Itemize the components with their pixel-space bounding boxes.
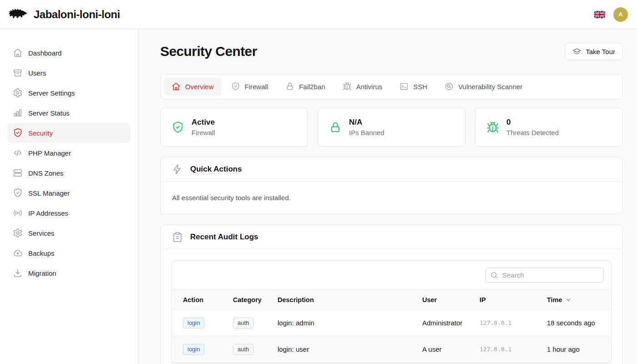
shield-check-icon xyxy=(172,121,184,134)
ip-cell: 127.0.0.1 xyxy=(469,310,536,336)
user-avatar[interactable]: A xyxy=(613,7,628,22)
table-row: login auth login: user A user 127.0.0.1 … xyxy=(172,336,612,363)
take-tour-label: Take Tour xyxy=(586,48,615,56)
main-content: Security Center Take Tour Overview Firew… xyxy=(138,29,637,364)
top-bar-right: A xyxy=(594,7,628,22)
action-badge: login xyxy=(183,318,204,329)
bug-icon xyxy=(343,82,352,91)
tab-label: Firewall xyxy=(245,83,268,91)
search-input[interactable] xyxy=(485,268,604,283)
cloud-upload-icon xyxy=(13,248,23,258)
category-badge: auth xyxy=(233,344,253,355)
stat-label: IPs Banned xyxy=(349,128,384,137)
tab-vulnerability-scanner[interactable]: Vulnerability Scanner xyxy=(437,77,530,96)
time-cell: 18 seconds ago xyxy=(536,310,612,336)
column-header-category: Category xyxy=(222,290,267,310)
sidebar-nav: Dashboard Users Server Settings Server S… xyxy=(0,29,138,364)
page-title: Security Center xyxy=(160,43,257,60)
table-row: login auth login: admin Administrator 12… xyxy=(172,310,612,336)
brand-title: Jabaloni-loni-loni xyxy=(34,8,120,21)
stat-label: Firewall xyxy=(192,128,215,137)
sidebar-item-users[interactable]: Users xyxy=(7,63,131,83)
sidebar-item-services[interactable]: Services xyxy=(7,223,131,243)
home-icon xyxy=(172,82,181,91)
sidebar-item-backups[interactable]: Backups xyxy=(7,243,131,263)
sidebar-item-label: Dashboard xyxy=(28,49,61,57)
quick-actions-message: All essential security tools are install… xyxy=(161,182,622,214)
stat-value: Active xyxy=(192,117,215,128)
download-icon xyxy=(13,268,23,278)
sidebar-item-dns-zones[interactable]: DNS Zones xyxy=(7,163,131,183)
graduation-cap-icon xyxy=(572,47,581,56)
boar-logo-icon xyxy=(7,6,28,23)
stat-value: 0 xyxy=(506,117,559,128)
audit-logs-card: Recent Audit Logs Action xyxy=(160,225,623,364)
archive-box-icon xyxy=(13,68,23,78)
time-cell: 1 hour ago xyxy=(536,336,612,363)
sidebar-item-label: Security xyxy=(28,129,53,137)
sidebar-item-migration[interactable]: Migration xyxy=(7,263,131,283)
shield-check-icon xyxy=(231,82,240,91)
description-cell: login: user xyxy=(267,336,411,363)
search-icon xyxy=(490,271,498,279)
status-cards-row: Active Firewall N/A IPs Banned 0 Threats… xyxy=(160,108,623,147)
sidebar-item-ssl-manager[interactable]: SSL Manager xyxy=(7,183,131,203)
ip-cell: 127.0.0.1 xyxy=(469,336,536,363)
clipboard-icon xyxy=(172,232,183,243)
tab-fail2ban[interactable]: Fail2ban xyxy=(278,77,333,96)
category-badge: auth xyxy=(233,318,253,329)
sidebar-item-ip-addresses[interactable]: IP Addresses xyxy=(7,203,131,223)
sidebar-item-dashboard[interactable]: Dashboard xyxy=(7,43,131,63)
broadcast-icon xyxy=(13,208,23,218)
sidebar-item-label: Migration xyxy=(28,269,56,277)
sidebar-item-label: Users xyxy=(28,69,46,77)
sidebar-item-server-settings[interactable]: Server Settings xyxy=(7,83,131,103)
audit-logs-title: Recent Audit Logs xyxy=(190,233,258,242)
lock-icon xyxy=(329,121,342,134)
language-flag-uk-icon[interactable] xyxy=(594,11,605,18)
gear-icon xyxy=(13,88,23,98)
user-cell: Administrator xyxy=(411,310,469,336)
tab-overview[interactable]: Overview xyxy=(164,77,221,96)
search-circle-icon xyxy=(445,82,454,91)
tab-label: SSH xyxy=(413,83,427,91)
sidebar-item-label: Server Settings xyxy=(28,89,75,97)
audit-logs-table: Action Category Description User IP Time xyxy=(172,260,612,363)
sidebar-item-label: Services xyxy=(28,229,55,237)
gear-icon xyxy=(13,228,23,238)
table-header-row: Action Category Description User IP Time xyxy=(172,290,612,310)
top-bar: Jabaloni-loni-loni A xyxy=(0,0,637,29)
sidebar-item-label: IP Addresses xyxy=(28,209,68,217)
tab-firewall[interactable]: Firewall xyxy=(224,77,276,96)
tab-antivirus[interactable]: Antivirus xyxy=(335,77,390,96)
code-icon xyxy=(13,148,23,158)
sidebar-item-label: PHP Manager xyxy=(28,149,71,157)
brand-home-link[interactable]: Jabaloni-loni-loni xyxy=(7,6,120,23)
terminal-icon xyxy=(399,82,409,91)
home-icon xyxy=(13,48,23,58)
sidebar-item-label: SSL Manager xyxy=(28,189,70,197)
column-header-description: Description xyxy=(267,290,411,310)
tab-label: Vulnerability Scanner xyxy=(458,83,522,91)
shield-check-icon xyxy=(13,188,23,198)
stat-value: N/A xyxy=(349,117,384,128)
column-header-action: Action xyxy=(172,290,222,310)
action-badge: login xyxy=(183,344,204,355)
firewall-status-card: Active Firewall xyxy=(160,108,308,147)
sidebar-item-security[interactable]: Security xyxy=(7,123,131,143)
chevron-down-icon xyxy=(565,297,571,303)
tab-ssh[interactable]: SSH xyxy=(392,77,435,96)
shield-check-icon xyxy=(13,128,23,138)
bug-icon xyxy=(486,121,499,134)
column-header-time[interactable]: Time xyxy=(536,290,612,310)
security-tabs: Overview Firewall Fail2ban Antivirus SSH… xyxy=(160,74,623,99)
quick-actions-card: Quick Actions All essential security too… xyxy=(160,157,623,214)
sidebar-item-server-status[interactable]: Server Status xyxy=(7,103,131,123)
lightning-icon xyxy=(172,164,183,175)
take-tour-button[interactable]: Take Tour xyxy=(565,43,623,60)
sidebar-item-php-manager[interactable]: PHP Manager xyxy=(7,143,131,163)
tab-label: Overview xyxy=(185,83,214,91)
description-cell: login: admin xyxy=(267,310,411,336)
column-header-ip: IP xyxy=(469,290,536,310)
quick-actions-title: Quick Actions xyxy=(190,165,242,174)
